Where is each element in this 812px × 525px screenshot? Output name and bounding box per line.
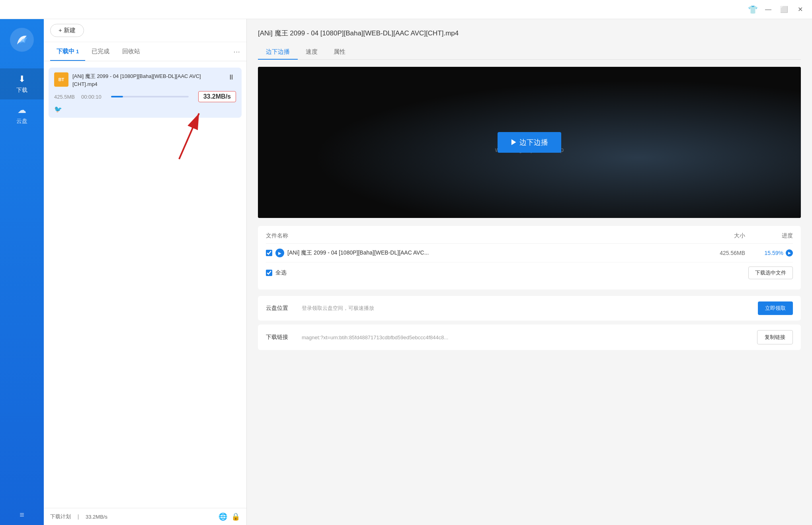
- download-tab-bar: 下载中1 已完成 回收站 ···: [44, 42, 246, 61]
- play-stream-button[interactable]: ▶ 边下边播: [498, 132, 561, 153]
- download-selected-button[interactable]: 下载选中文件: [748, 266, 793, 279]
- separator: ｜: [76, 513, 81, 520]
- menu-icon: ≡: [20, 510, 24, 519]
- download-time: 00:00:10: [81, 94, 102, 100]
- download-item-meta: 425.5MB 00:00:10 33.2MB/s: [54, 91, 236, 102]
- cloud-row-label: 云盘位置: [266, 305, 294, 312]
- tab-recycle[interactable]: 回收站: [116, 42, 146, 61]
- download-list-inner: BT [ANi] 魔王 2099 - 04 [1080P][Baha][WEB-…: [44, 68, 246, 118]
- cloud-icon: ☁: [18, 105, 26, 115]
- file-row-progress: 15.59% ▶: [745, 249, 793, 257]
- minimize-button[interactable]: —: [763, 4, 774, 15]
- cloud-row-value: 登录领取云盘空间，可极速播放: [302, 305, 758, 312]
- titlebar: 👕 — ⬜ ✕: [0, 0, 812, 19]
- tab-speed[interactable]: 速度: [298, 45, 326, 60]
- download-panel: + 新建 下载中1 已完成 回收站 ···: [44, 19, 247, 525]
- new-btn-bar: + 新建: [44, 19, 246, 42]
- download-item-name: [ANi] 魔王 2099 - 04 [1080P][Baha][WEB-DL]…: [72, 72, 236, 88]
- footer-icons: 🌐 🔒: [219, 512, 240, 521]
- col-name-header: 文件名称: [266, 232, 697, 239]
- file-row: ▶ [ANi] 魔王 2099 - 04 [1080P][Baha][WEB-D…: [266, 244, 793, 262]
- cloud-claim-button[interactable]: 立即领取: [758, 301, 793, 315]
- link-row-label: 下载链接: [266, 334, 294, 341]
- file-icon-text: BT: [59, 77, 64, 82]
- col-progress-header: 进度: [745, 232, 793, 239]
- cloud-row: 云盘位置 登录领取云盘空间，可极速播放 立即领取: [258, 296, 801, 321]
- file-row-size: 425.56MB: [697, 250, 745, 256]
- sidebar-item-download[interactable]: ⬇ 下载: [0, 68, 44, 99]
- pause-button[interactable]: ⏸: [226, 72, 236, 82]
- copy-link-button[interactable]: 复制链接: [757, 330, 793, 344]
- tab-downloading-label: 下载中: [57, 48, 74, 54]
- download-item-header: BT [ANi] 魔王 2099 - 04 [1080P][Baha][WEB-…: [54, 72, 236, 88]
- tab-completed[interactable]: 已完成: [85, 42, 116, 61]
- file-row-name-text: [ANi] 魔王 2099 - 04 [1080P][Baha][WEB-DL]…: [287, 249, 429, 257]
- internet-icon[interactable]: 🌐: [219, 512, 227, 521]
- file-row-checkbox[interactable]: [266, 250, 272, 256]
- bird-icon: 🐦: [54, 105, 62, 113]
- link-row-value: magnet:?xt=urn:btih:85fd48871713cdbfbd59…: [302, 334, 757, 340]
- link-row: 下载链接 magnet:?xt=urn:btih:85fd48871713cdb…: [258, 325, 801, 350]
- file-play-icon: ▶: [275, 249, 284, 257]
- tab-more-button[interactable]: ···: [233, 47, 240, 56]
- progress-bar-fill: [111, 96, 123, 97]
- tab-downloading[interactable]: 下载中1: [50, 42, 85, 61]
- download-item: BT [ANi] 魔王 2099 - 04 [1080P][Baha][WEB-…: [49, 68, 242, 118]
- select-all-label: 全选: [275, 269, 287, 276]
- logo-icon: [9, 27, 35, 52]
- tab-properties[interactable]: 属性: [326, 45, 353, 60]
- sidebar-cloud-label: 云盘: [16, 118, 27, 125]
- close-button[interactable]: ✕: [794, 4, 806, 15]
- download-plan-label: 下载计划: [50, 513, 71, 520]
- sidebar: ⬇ 下载 ☁ 云盘 ≡: [0, 19, 44, 525]
- titlebar-actions: 👕 — ⬜ ✕: [748, 4, 806, 15]
- app-body: ⬇ 下载 ☁ 云盘 ≡ + 新建 下载中1 已完成 回收站: [0, 19, 812, 525]
- tab-downloading-badge: 1: [76, 49, 79, 54]
- file-progress-value: 15.59%: [765, 250, 783, 256]
- detail-tabs: 边下边播 速度 属性: [258, 45, 801, 60]
- file-bt-icon: BT: [54, 72, 68, 87]
- sidebar-menu-button[interactable]: ≡: [0, 505, 44, 525]
- footer-speed: 33.2MB/s: [86, 514, 107, 520]
- svg-line-2: [179, 113, 199, 159]
- select-all-row: 全选 下载选中文件: [266, 262, 793, 283]
- tab-recycle-label: 回收站: [122, 48, 140, 54]
- download-list: BT [ANi] 魔王 2099 - 04 [1080P][Baha][WEB-…: [44, 61, 246, 508]
- restore-button[interactable]: ⬜: [779, 4, 790, 15]
- file-row-play-button[interactable]: ▶: [786, 249, 793, 257]
- file-title: [ANi] 魔王 2099 - 04 [1080P][Baha][WEB-DL]…: [258, 29, 801, 38]
- tab-stream[interactable]: 边下边播: [258, 45, 298, 60]
- new-button[interactable]: + 新建: [50, 24, 84, 37]
- file-info-header: 文件名称 大小 进度: [266, 232, 793, 244]
- download-item-footer: 🐦: [54, 105, 236, 113]
- sidebar-download-label: 下载: [16, 87, 27, 94]
- progress-bar: [111, 96, 189, 97]
- video-preview: 龙虾论坛 www.longxiayuanma.top ▶ 边下边播: [258, 67, 801, 218]
- right-panel: [ANi] 魔王 2099 - 04 [1080P][Baha][WEB-DL]…: [247, 19, 812, 525]
- download-size: 425.5MB: [54, 94, 75, 100]
- lock-icon[interactable]: 🔒: [231, 512, 240, 521]
- tab-speed-label: 速度: [306, 48, 318, 55]
- tab-completed-label: 已完成: [92, 48, 109, 54]
- file-row-name: ▶ [ANi] 魔王 2099 - 04 [1080P][Baha][WEB-D…: [266, 249, 697, 257]
- download-footer: 下载计划 ｜ 33.2MB/s 🌐 🔒: [44, 508, 246, 525]
- logo: [9, 27, 35, 52]
- col-size-header: 大小: [697, 232, 745, 239]
- shirt-icon: 👕: [748, 5, 758, 14]
- file-info-section: 文件名称 大小 进度 ▶ [ANi] 魔王 2099 - 04 [1080P][…: [258, 226, 801, 290]
- sidebar-item-cloud[interactable]: ☁ 云盘: [0, 99, 44, 130]
- download-icon: ⬇: [18, 74, 25, 84]
- select-all-checkbox[interactable]: [266, 270, 272, 276]
- download-speed-box: 33.2MB/s: [198, 91, 236, 102]
- tab-stream-label: 边下边播: [266, 48, 290, 55]
- tab-properties-label: 属性: [334, 48, 345, 55]
